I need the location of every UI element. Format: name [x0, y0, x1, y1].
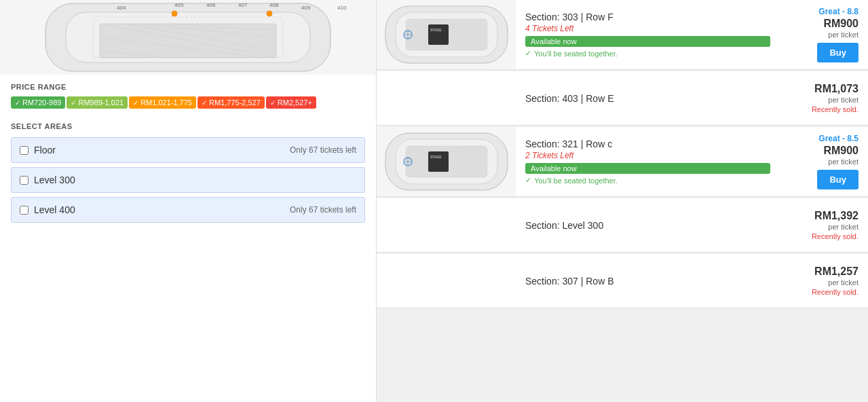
price-bar: ✓RM2,527+	[266, 96, 316, 109]
ticket-price: RM1,073	[814, 83, 858, 95]
ticket-map: STAGE	[377, 127, 516, 196]
ticket-card-info: Section: 321 | Row c 2 Tickets Left Avai…	[516, 127, 780, 196]
ticket-section-label: Section: Level 300	[525, 220, 770, 231]
recently-sold: Recently sold.	[812, 232, 858, 240]
ticket-card: STAGE Section: 303 | Row F 4 Tickets Lef…	[377, 0, 868, 70]
ticket-price: RM900	[823, 145, 858, 157]
ticket-card-info: Section: 403 | Row E	[516, 71, 780, 125]
seated-together: ✓You'll be seated together.	[525, 176, 770, 185]
area-item-left: Floor	[20, 145, 56, 156]
price-bar: ✓RM720-989	[11, 96, 65, 109]
ticket-card-price: RM1,392 per ticket Recently sold.	[780, 198, 868, 252]
recently-sold: Recently sold.	[812, 105, 858, 113]
svg-text:407: 407	[238, 2, 248, 8]
tickets-left-text: Only 67 tickets left	[290, 205, 356, 215]
right-panel: STAGE Section: 303 | Row F 4 Tickets Lef…	[377, 0, 868, 402]
svg-text:406: 406	[206, 2, 216, 8]
rating-label: Great - 8.5	[818, 134, 858, 143]
price-bar: ✓RM1,021-1,775	[129, 96, 196, 109]
rating-label: Great - 8.8	[818, 7, 858, 16]
svg-text:409: 409	[301, 5, 311, 11]
ticket-section-label: Section: 403 | Row E	[525, 93, 770, 104]
svg-text:STAGE: STAGE	[430, 28, 442, 32]
check-icon: ✓	[525, 176, 531, 185]
per-ticket-label: per ticket	[828, 158, 858, 166]
area-item[interactable]: Level 300	[11, 167, 365, 193]
ticket-map: STAGE	[377, 0, 516, 69]
svg-point-10	[172, 11, 177, 16]
ticket-card-price: RM1,073 per ticket Recently sold.	[780, 71, 868, 125]
buy-button[interactable]: Buy	[817, 170, 858, 189]
available-badge: Available now	[525, 163, 770, 174]
area-checkbox[interactable]	[20, 206, 29, 215]
seated-together: ✓You'll be seated together.	[525, 49, 770, 58]
price-bar: ✓RM1,775-2,527	[197, 96, 265, 109]
check-icon: ✓	[525, 49, 531, 58]
area-label: Level 300	[34, 175, 75, 185]
ticket-section-label: Section: 321 | Row c	[525, 139, 770, 149]
svg-text:404: 404	[117, 5, 126, 11]
left-panel: 404 405 406 407 408 409 410 PRICE RANGE …	[0, 0, 377, 402]
per-ticket-label: per ticket	[828, 96, 858, 104]
area-label: Level 400	[34, 204, 75, 215]
tickets-remaining: 4 Tickets Left	[525, 24, 770, 33]
area-label: Floor	[34, 145, 56, 156]
svg-text:408: 408	[269, 2, 279, 8]
ticket-section-label: Section: 303 | Row F	[525, 12, 770, 22]
svg-text:STAGE: STAGE	[430, 155, 442, 159]
ticket-section-label: Section: 307 | Row B	[525, 276, 770, 287]
ticket-card-price: Great - 8.5 RM900 per ticket Buy	[780, 127, 868, 196]
select-areas-section: SELECT AREAS Floor Only 67 tickets left …	[0, 115, 376, 234]
tickets-left-text: Only 67 tickets left	[290, 145, 356, 155]
price-range-title: PRICE RANGE	[11, 83, 365, 91]
ticket-no-map	[377, 198, 516, 252]
seated-text: You'll be seated together.	[534, 177, 618, 185]
buy-button[interactable]: Buy	[817, 43, 858, 62]
ticket-card: STAGE Section: 321 | Row c 2 Tickets Lef…	[377, 127, 868, 197]
ticket-price: RM900	[823, 18, 858, 30]
ticket-card-price: Great - 8.8 RM900 per ticket Buy	[780, 0, 868, 69]
price-range-section: PRICE RANGE ✓RM720-989✓RM989-1,021✓RM1,0…	[0, 75, 376, 115]
tickets-remaining: 2 Tickets Left	[525, 151, 770, 160]
ticket-card-info: Section: 303 | Row F 4 Tickets Left Avai…	[516, 0, 780, 69]
area-item[interactable]: Floor Only 67 tickets left	[11, 137, 365, 163]
area-checkbox[interactable]	[20, 146, 29, 155]
area-item-left: Level 400	[20, 204, 75, 215]
area-item[interactable]: Level 400 Only 67 tickets left	[11, 197, 365, 223]
price-bar: ✓RM989-1,021	[67, 96, 128, 109]
recently-sold: Recently sold.	[812, 288, 858, 296]
select-areas-title: SELECT AREAS	[11, 122, 365, 130]
ticket-no-map	[377, 71, 516, 125]
seated-text: You'll be seated together.	[534, 50, 618, 58]
svg-point-11	[267, 11, 272, 16]
per-ticket-label: per ticket	[828, 278, 858, 287]
ticket-card: Section: 403 | Row E RM1,073 per ticket …	[377, 71, 868, 126]
ticket-card-info: Section: Level 300	[516, 198, 780, 252]
area-checkbox[interactable]	[20, 176, 29, 185]
ticket-price: RM1,392	[814, 210, 858, 222]
ticket-card-info: Section: 307 | Row B	[516, 254, 780, 308]
available-badge: Available now	[525, 36, 770, 47]
ticket-price: RM1,257	[814, 266, 858, 278]
area-item-left: Level 300	[20, 175, 75, 185]
svg-text:410: 410	[337, 5, 347, 11]
ticket-card: Section: Level 300 RM1,392 per ticket Re…	[377, 198, 868, 253]
ticket-card-price: RM1,257 per ticket Recently sold.	[780, 254, 868, 308]
price-range-bars: ✓RM720-989✓RM989-1,021✓RM1,021-1,775✓RM1…	[11, 96, 365, 109]
svg-text:405: 405	[174, 2, 184, 8]
areas-list: Floor Only 67 tickets left Level 300 Lev…	[11, 137, 365, 223]
per-ticket-label: per ticket	[828, 223, 858, 231]
ticket-card: Section: 307 | Row B RM1,257 per ticket …	[377, 254, 868, 308]
venue-map-top: 404 405 406 407 408 409 410	[0, 0, 376, 75]
per-ticket-label: per ticket	[828, 31, 858, 39]
ticket-no-map	[377, 254, 516, 308]
